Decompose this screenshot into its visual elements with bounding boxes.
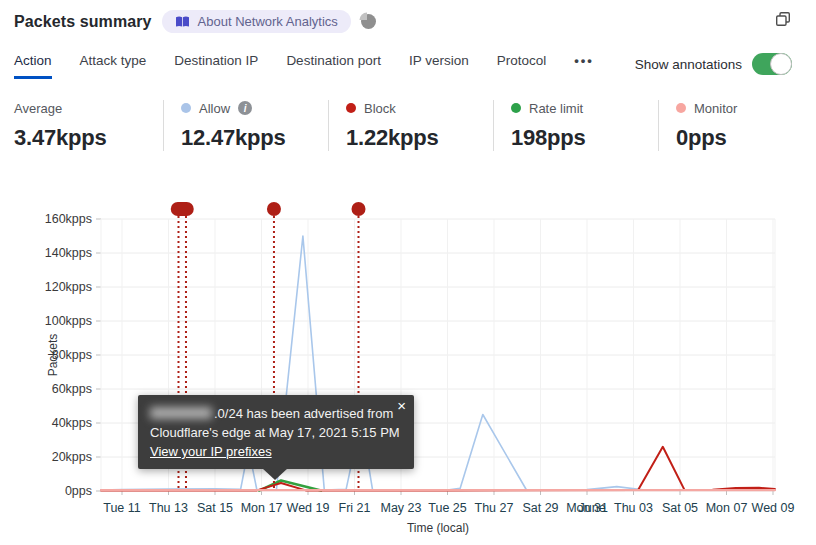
y-tick-label: 40kpps — [52, 416, 92, 430]
close-icon[interactable]: × — [397, 397, 406, 415]
x-tick-label: Sat 15 — [197, 501, 233, 515]
x-tick-label: Mon 07 — [706, 501, 748, 515]
redacted-ip-prefix — [150, 407, 212, 419]
tooltip-caret — [262, 468, 288, 480]
y-tick-label: 160kpps — [45, 212, 92, 226]
annotation-marker-pill[interactable] — [171, 202, 194, 216]
x-axis-title: Time (local) — [407, 521, 469, 535]
x-tick-label: June — [579, 501, 606, 515]
annotation-tooltip: .0/24 has been advertised from Cloudflar… — [138, 395, 414, 469]
x-tick-label: May 23 — [381, 501, 422, 515]
x-tick-label: Tue 25 — [428, 501, 467, 515]
view-ip-prefixes-link[interactable]: View your IP prefixes — [150, 444, 272, 459]
annotation-marker-dot[interactable] — [351, 202, 365, 216]
x-tick-label: Sat 29 — [522, 501, 558, 515]
x-tick-label: Fri 21 — [339, 501, 371, 515]
x-tick-label: Tue 11 — [103, 501, 141, 515]
y-tick-label: 0pps — [65, 484, 92, 498]
y-tick-label: 60kpps — [52, 382, 92, 396]
annotation-marker-dot[interactable] — [267, 202, 281, 216]
y-tick-label: 120kpps — [45, 280, 92, 294]
x-tick-label: Wed 09 — [752, 501, 795, 515]
x-tick-label: Wed 19 — [287, 501, 330, 515]
y-tick-label: 100kpps — [45, 314, 92, 328]
y-tick-label: 140kpps — [45, 246, 92, 260]
x-tick-label: Thu 03 — [614, 501, 653, 515]
x-tick-label: Mon 17 — [241, 501, 283, 515]
x-tick-label: Thu 27 — [475, 501, 514, 515]
y-tick-label: 20kpps — [52, 450, 92, 464]
x-tick-label: Thu 13 — [149, 501, 188, 515]
tooltip-line2: Cloudflare's edge at May 17, 2021 5:15 P… — [150, 423, 402, 442]
y-axis-title: Packets — [46, 334, 60, 377]
x-tick-label: Sat 05 — [662, 501, 698, 515]
tooltip-line1: .0/24 has been advertised from — [150, 404, 402, 423]
